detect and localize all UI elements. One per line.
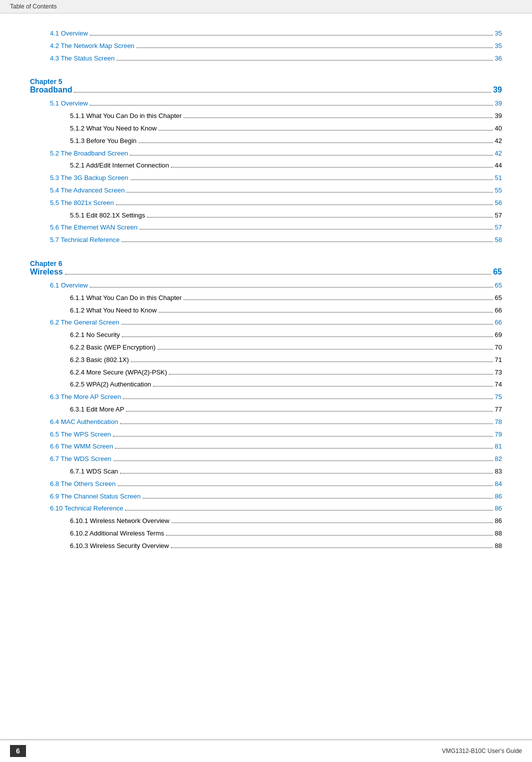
page-header: Table of Contents <box>0 0 532 14</box>
toc-entry-text: 5.2 The Broadband Screen <box>50 148 128 159</box>
toc-entry-text: 6.3 The More AP Screen <box>50 392 121 402</box>
toc-entry-dots <box>140 229 493 230</box>
toc-entry-dots <box>116 60 492 60</box>
toc-entry-dots <box>153 386 492 386</box>
toc-entry-dots <box>138 142 493 143</box>
toc-entry-dots <box>123 398 493 399</box>
toc-entry-page: 58 <box>495 235 502 246</box>
toc-entry: 5.5.1 Edit 802.1X Settings57 <box>70 210 502 221</box>
toc-entry-page: 79 <box>495 430 502 440</box>
toc-entry-text: 5.3 The 3G Backup Screen <box>50 173 128 184</box>
page-footer: 6 VMG1312-B10C User's Guide <box>0 740 532 762</box>
chapter-title-line: Broadband39 <box>30 86 502 94</box>
toc-entry: 6.3.1 Edit More AP77 <box>70 404 502 415</box>
footer-title: VMG1312-B10C User's Guide <box>442 748 522 754</box>
toc-entry-page: 36 <box>495 54 502 64</box>
toc-entry-page: 56 <box>495 198 502 208</box>
toc-entry-dots <box>122 324 493 324</box>
chapter-name: Wireless <box>30 268 63 276</box>
toc-entry-text: 5.7 Technical Reference <box>50 235 120 246</box>
toc-entry-text: 4.3 The Status Screen <box>50 54 114 64</box>
toc-entry-page: 86 <box>495 516 502 526</box>
chapter-dots <box>74 92 491 92</box>
toc-container: 4.1 Overview354.2 The Network Map Screen… <box>30 28 502 551</box>
toc-entry: 4.3 The Status Screen36 <box>50 54 502 64</box>
toc-entry-page: 42 <box>495 136 502 146</box>
toc-entry-dots <box>115 448 492 448</box>
toc-entry-text: 6.1.1 What You Can Do in this Chapter <box>70 293 182 304</box>
toc-entry-page: 51 <box>495 173 502 184</box>
toc-entry-text: 5.1 Overview <box>50 98 88 109</box>
toc-entry-dots <box>158 312 492 312</box>
toc-entry-dots <box>136 48 493 48</box>
toc-entry-page: 65 <box>495 293 502 304</box>
toc-entry-dots <box>130 180 493 180</box>
toc-entry: 6.8 The Others Screen84 <box>50 479 502 490</box>
toc-entry-text: 6.1.2 What You Need to Know <box>70 306 156 316</box>
header-label: Table of Contents <box>10 3 56 10</box>
toc-entry-text: 6.7 The WDS Screen <box>50 454 112 464</box>
toc-entry-page: 57 <box>495 210 502 221</box>
toc-entry: 5.1 Overview39 <box>50 98 502 109</box>
toc-entry-text: 6.2.5 WPA(2) Authentication <box>70 380 151 390</box>
toc-entry-text: 5.6 The Ethernet WAN Screen <box>50 222 138 233</box>
toc-entry-page: 57 <box>495 222 502 233</box>
toc-entry: 5.2.1 Add/Edit Internet Connection44 <box>70 160 502 171</box>
chapter-heading: Chapter 5Broadband39 <box>30 78 502 94</box>
toc-entry-page: 81 <box>495 442 502 452</box>
toc-entry: 6.1 Overview65 <box>50 280 502 291</box>
toc-entry-dots <box>166 535 492 536</box>
chapter-label: Chapter 6 <box>30 260 502 268</box>
toc-entry: 6.3 The More AP Screen75 <box>50 392 502 402</box>
toc-entry-dots <box>90 35 493 36</box>
toc-entry-text: 4.1 Overview <box>50 28 88 39</box>
toc-entry-dots <box>90 105 493 106</box>
toc-entry: 6.2 The General Screen66 <box>50 318 502 328</box>
toc-entry-page: 44 <box>495 160 502 171</box>
chapter-label: Chapter 5 <box>30 78 502 86</box>
toc-entry-dots <box>122 336 493 337</box>
toc-entry: 5.6 The Ethernet WAN Screen57 <box>50 222 502 233</box>
toc-entry-dots <box>131 362 493 362</box>
toc-entry: 5.1.3 Before You Begin42 <box>70 136 502 146</box>
toc-entry-dots <box>169 374 492 374</box>
toc-entry-dots <box>158 130 492 130</box>
footer-page-number: 6 <box>10 745 26 757</box>
chapter-name: Broadband <box>30 86 72 94</box>
toc-entry-text: 5.4 The Advanced Screen <box>50 186 124 196</box>
toc-entry-dots <box>130 155 493 156</box>
toc-entry-text: 6.10.2 Additional Wireless Terms <box>70 528 164 539</box>
toc-entry-dots <box>125 510 492 510</box>
chapter-dots <box>65 274 492 274</box>
toc-entry-dots <box>184 118 492 118</box>
toc-entry-text: 6.1 Overview <box>50 280 88 291</box>
toc-entry: 6.10.1 Wireless Network Overview86 <box>70 516 502 526</box>
toc-entry-text: 6.4 MAC Authentication <box>50 417 118 428</box>
toc-entry-dots <box>184 300 492 300</box>
toc-entry: 5.1.2 What You Need to Know40 <box>70 124 502 134</box>
toc-entry-page: 78 <box>495 417 502 428</box>
toc-entry-text: 5.2.1 Add/Edit Internet Connection <box>70 160 169 171</box>
toc-entry-page: 86 <box>495 504 502 514</box>
toc-entry-text: 6.10.1 Wireless Network Overview <box>70 516 170 526</box>
toc-entry-page: 39 <box>495 98 502 109</box>
toc-entry-text: 6.10 Technical Reference <box>50 504 123 514</box>
toc-entry: 5.7 Technical Reference58 <box>50 235 502 246</box>
toc-entry-page: 35 <box>495 41 502 52</box>
chapter-page-number: 39 <box>493 86 502 94</box>
toc-entry-dots <box>142 498 492 498</box>
toc-entry-text: 6.2.4 More Secure (WPA(2)-PSK) <box>70 368 167 378</box>
toc-entry-dots <box>126 411 492 412</box>
toc-entry: 6.2.1 No Security69 <box>70 330 502 340</box>
toc-entry: 5.3 The 3G Backup Screen51 <box>50 173 502 184</box>
toc-entry: 6.2.3 Basic (802.1X)71 <box>70 355 502 366</box>
toc-entry-text: 6.9 The Channel Status Screen <box>50 492 140 502</box>
toc-entry-text: 6.2.2 Basic (WEP Encryption) <box>70 342 156 353</box>
toc-entry-dots <box>116 204 493 205</box>
toc-entry-dots <box>171 548 493 548</box>
chapter-page-number: 65 <box>493 268 502 276</box>
toc-entry-text: 6.2.1 No Security <box>70 330 120 340</box>
toc-entry-page: 88 <box>495 541 502 552</box>
toc-entry: 6.2.5 WPA(2) Authentication74 <box>70 380 502 390</box>
toc-entry-page: 70 <box>495 342 502 353</box>
